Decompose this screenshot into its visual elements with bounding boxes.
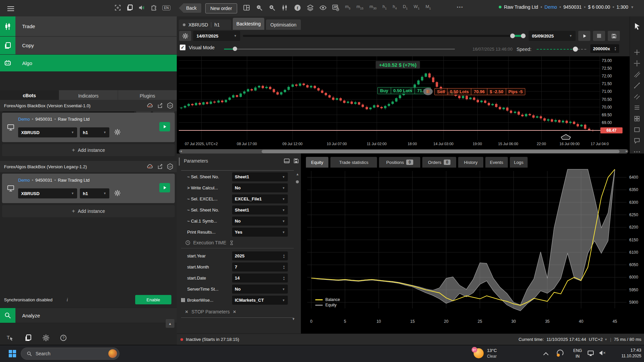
parameter-stepper[interactable]: 2025▲▼	[232, 251, 288, 260]
timeframe-M1[interactable]: M1	[426, 4, 431, 10]
puzzle-icon[interactable]	[150, 4, 158, 11]
cloud-disabled-icon[interactable]	[147, 102, 153, 109]
text-tool-icon[interactable]	[6, 334, 14, 342]
cloud-disabled-icon[interactable]	[147, 163, 153, 170]
params-scroll-down-icon[interactable]: ▼	[292, 317, 295, 321]
tab-history[interactable]: History	[458, 157, 483, 168]
parameter-select[interactable]: Sheet1▼	[232, 172, 288, 181]
scroll-up-button[interactable]: ▲	[166, 319, 174, 328]
clock-time[interactable]: 17:43	[613, 348, 641, 353]
grid-tool-icon[interactable]	[633, 115, 641, 122]
speed-value-stepper[interactable]: 200000x ▲▼	[590, 44, 619, 53]
sidebar-item-algo[interactable]: Algo	[0, 55, 177, 71]
start-date-select[interactable]: 14/07/2025▼	[193, 31, 240, 41]
csharp-icon[interactable]	[167, 102, 173, 109]
tab-orders[interactable]: Orders0	[422, 157, 456, 168]
parameter-stepper[interactable]: 14▲▼	[232, 274, 288, 283]
symbol-select[interactable]: XBRUSD▼	[18, 188, 77, 198]
playback-progress-handle[interactable]	[233, 47, 237, 51]
equity-chart[interactable]	[305, 168, 644, 334]
parameter-select[interactable]: No▼	[232, 217, 288, 226]
timeframe-h1[interactable]: h1	[382, 4, 386, 10]
share-icon[interactable]	[157, 164, 163, 170]
timeframe-m15[interactable]: m15	[357, 4, 364, 10]
channel-tool-icon[interactable]	[633, 93, 641, 100]
save-parameters-icon[interactable]	[293, 158, 299, 164]
zoom-out-icon[interactable]	[256, 4, 263, 11]
visibility-icon[interactable]	[319, 4, 327, 11]
symbol-select[interactable]: XBRUSD▼	[18, 127, 77, 137]
backtest-play-button[interactable]	[578, 31, 590, 41]
timeframe-select[interactable]: h1▼	[80, 188, 109, 198]
fib-tool-icon[interactable]	[633, 104, 641, 111]
visual-mode-toggle[interactable]: ✓ Visual Mode	[180, 45, 215, 50]
crossdot-tool-icon[interactable]	[633, 60, 641, 67]
volume-muted-icon[interactable]: ×	[599, 350, 606, 355]
chart-type-icon[interactable]	[281, 4, 288, 11]
search-highlight-image[interactable]	[108, 349, 117, 358]
menu-icon[interactable]	[7, 5, 14, 12]
weather-temp[interactable]: 13°C	[487, 348, 497, 353]
buy-trade-label[interactable]: Buy0.50 Lots71.01	[377, 87, 431, 94]
network-tray-icon[interactable]	[588, 351, 594, 355]
weather-condition[interactable]: Clear	[487, 354, 497, 359]
sell-trade-label[interactable]: Sell0.50 Lots70.96$ -2.50Pips -5	[434, 88, 525, 95]
tab-symbol-chart[interactable]: XBRUSD h1	[179, 19, 231, 30]
sidebar-item-analyze[interactable]: Analyze	[0, 308, 177, 323]
playback-progress-track[interactable]	[224, 49, 455, 50]
params-scroll-thumb[interactable]	[296, 180, 299, 183]
chart-layout-icon[interactable]	[243, 4, 250, 11]
cbot-header[interactable]: ForexAlgos BlackBox (Version Essential-1…	[0, 100, 177, 111]
language-tray[interactable]: ENGIN	[571, 348, 584, 359]
layers-icon[interactable]	[307, 4, 314, 11]
csharp-icon[interactable]	[167, 163, 173, 170]
pointer-tool-icon[interactable]	[633, 22, 641, 30]
parameter-stepper[interactable]: 7▲▼	[232, 262, 288, 272]
parameter-select[interactable]: ICMarkets_CT▼	[232, 296, 288, 305]
more-timeframes-icon[interactable]: •••	[457, 5, 464, 10]
chartshot-icon[interactable]	[24, 334, 32, 342]
instance-settings-icon[interactable]	[114, 190, 121, 196]
chart-hscrollbar-thumb[interactable]	[262, 150, 620, 153]
cross-tool-icon[interactable]	[633, 49, 641, 56]
backtest-report-button[interactable]	[608, 31, 620, 41]
position-marker[interactable]	[560, 134, 571, 140]
parameter-select[interactable]: Sheet1▼	[232, 205, 288, 215]
fundamentals-icon[interactable]	[294, 4, 301, 11]
scroll-left-icon[interactable]: ◄	[179, 149, 182, 153]
info-icon[interactable]: i	[67, 297, 68, 303]
help-icon[interactable]	[60, 334, 67, 342]
open-parameters-icon[interactable]	[283, 158, 290, 164]
timeframe-select[interactable]: h1▼	[80, 127, 109, 137]
timeframe-m1[interactable]: m1	[334, 4, 339, 10]
backtest-range-track[interactable]	[243, 35, 511, 37]
timeframe-D1[interactable]: D1	[403, 4, 408, 10]
tab-logs[interactable]: Logs	[510, 157, 528, 168]
speed-slider-track[interactable]	[537, 49, 576, 50]
focus-icon[interactable]	[114, 4, 121, 11]
back-button[interactable]: Back	[179, 3, 201, 13]
speed-slider-handle[interactable]	[573, 47, 578, 52]
tab-events[interactable]: Events	[485, 157, 508, 168]
range-end-handle[interactable]	[521, 34, 526, 38]
timeframe-h4[interactable]: h4	[393, 4, 397, 10]
line-tool-icon[interactable]	[633, 82, 641, 89]
parameter-select[interactable]: Yes▼	[232, 228, 288, 237]
timeframe-m5[interactable]: m5	[345, 4, 351, 10]
clock-date[interactable]: 11.10.2025	[613, 354, 641, 358]
price-chart[interactable]: 73.0072.5072.0071.5071.0070.5070.0069.50…	[177, 56, 630, 154]
tab-backtesting[interactable]: Backtesting	[233, 18, 264, 30]
panel-grip[interactable]	[179, 158, 180, 166]
speaker-icon[interactable]	[138, 4, 146, 11]
tab-equity[interactable]: Equity	[306, 157, 328, 168]
end-date-select[interactable]: 05/09/2025▼	[529, 31, 576, 41]
parameter-select[interactable]: No▼	[232, 285, 288, 294]
start-button[interactable]	[9, 350, 16, 357]
cbot-header[interactable]: ForexAlgos BlackBox (Version Legacy-1.2)	[0, 161, 177, 172]
tab-optimisation[interactable]: Optimisation	[266, 19, 301, 30]
pitch-tool-icon[interactable]	[633, 71, 641, 78]
language-badge[interactable]: EN	[162, 5, 170, 10]
params-scroll-up-icon[interactable]: ▲	[296, 172, 299, 176]
taskbar-search-input[interactable]: Search	[21, 348, 119, 360]
start-cbot-button[interactable]	[159, 183, 170, 192]
